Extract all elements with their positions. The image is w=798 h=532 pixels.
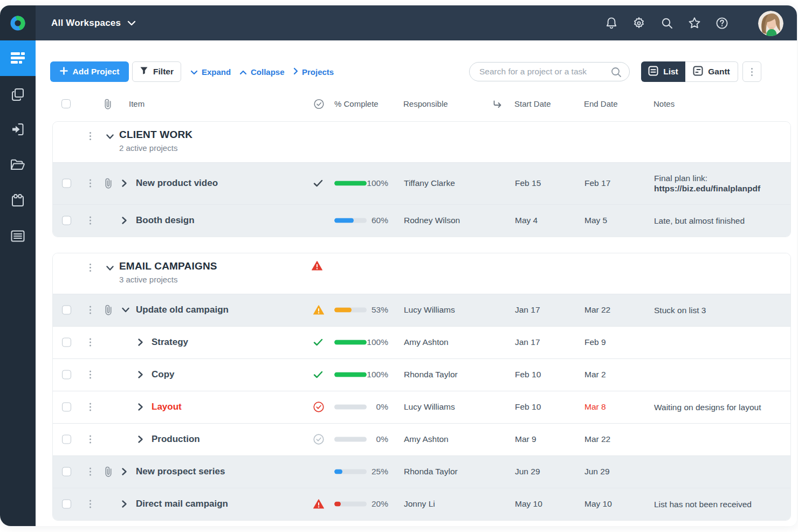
- task-name[interactable]: New product video: [136, 178, 218, 189]
- workspace-switcher[interactable]: All Workspaces: [51, 5, 136, 40]
- row-checkbox[interactable]: [62, 500, 71, 509]
- sidebar-item-folder-open[interactable]: [0, 147, 36, 183]
- task-name[interactable]: New prospect series: [136, 466, 225, 477]
- expand-row-chevron-icon[interactable]: [137, 370, 143, 379]
- toolbar-link-expand[interactable]: Expand: [190, 61, 231, 82]
- search-icon[interactable]: [660, 16, 674, 30]
- expand-row-chevron-icon[interactable]: [121, 307, 130, 313]
- task-row[interactable]: Booth design60%Rodney WilsonMay 4May 5La…: [53, 204, 790, 237]
- expand-row-chevron-icon[interactable]: [137, 403, 143, 411]
- kebab-icon[interactable]: [88, 371, 92, 379]
- task-row[interactable]: Layout0%Lucy WilliamsFeb 10Mar 8Waiting …: [53, 391, 790, 423]
- task-name[interactable]: Booth design: [136, 215, 195, 226]
- expand-row-chevron-icon[interactable]: [121, 467, 127, 476]
- row-checkbox[interactable]: [62, 435, 71, 444]
- sidebar-item-projects[interactable]: [0, 40, 36, 76]
- star-icon[interactable]: [687, 16, 701, 30]
- task-row[interactable]: Direct mail campaign20%Jonny LiMay 10May…: [53, 488, 790, 520]
- expand-row-chevron-icon[interactable]: [137, 435, 143, 444]
- kebab-icon[interactable]: [88, 132, 92, 140]
- kebab-icon[interactable]: [88, 500, 92, 508]
- kebab-icon[interactable]: [88, 403, 92, 411]
- task-name[interactable]: Production: [152, 434, 200, 445]
- search-input[interactable]: [479, 63, 609, 80]
- kebab-icon[interactable]: [88, 217, 92, 225]
- expand-row-chevron-icon[interactable]: [121, 179, 127, 188]
- header-notes[interactable]: Notes: [653, 94, 675, 113]
- row-checkbox[interactable]: [62, 338, 71, 347]
- row-checkbox[interactable]: [62, 403, 71, 412]
- row-checkbox[interactable]: [62, 467, 71, 476]
- toolbar-link-projects[interactable]: Projects: [293, 61, 334, 82]
- paperclip-icon[interactable]: [105, 305, 112, 315]
- search-icon[interactable]: [610, 66, 622, 80]
- kebab-icon[interactable]: [88, 306, 92, 314]
- projects-icon: [10, 52, 25, 65]
- task-row[interactable]: Update old campaign53%Lucy WilliamsJan 1…: [53, 294, 790, 326]
- expand-row-chevron-icon[interactable]: [121, 216, 127, 225]
- help-icon[interactable]: [715, 16, 729, 30]
- task-row[interactable]: New prospect series25%Rhonda TaylorJun 2…: [53, 455, 790, 488]
- toolbar-link-collapse[interactable]: Collapse: [239, 61, 285, 82]
- row-checkbox[interactable]: [62, 306, 71, 315]
- avatar[interactable]: [758, 11, 783, 36]
- app-logo-icon[interactable]: [10, 16, 25, 31]
- kebab-icon[interactable]: [88, 436, 92, 444]
- task-row[interactable]: Strategy100%Amy AshtonJan 17Feb 9: [53, 326, 790, 358]
- add-project-button[interactable]: Add Project: [50, 61, 129, 82]
- kebab-icon[interactable]: [88, 179, 92, 188]
- view-gantt-button[interactable]: Gantt: [685, 61, 738, 82]
- login-icon: [11, 122, 25, 136]
- task-row[interactable]: Copy100%Rhonda TaylorFeb 10Mar 2: [53, 358, 790, 391]
- header-end-date[interactable]: End Date: [584, 94, 618, 113]
- task-name[interactable]: Strategy: [152, 337, 188, 348]
- header-responsible[interactable]: Responsible: [403, 94, 448, 113]
- group-alert-icon: [312, 261, 322, 271]
- sidebar-item-calendar[interactable]: [0, 183, 36, 218]
- progress-bar: [334, 469, 367, 474]
- row-checkbox[interactable]: [62, 370, 71, 379]
- task-name[interactable]: Layout: [152, 402, 182, 412]
- row-checkbox[interactable]: [62, 216, 71, 225]
- collapse-group-chevron-icon[interactable]: [106, 134, 114, 140]
- task-row[interactable]: New product video100%Tiffany ClarkeFeb 1…: [53, 162, 790, 204]
- header-complete[interactable]: % Complete: [334, 94, 379, 113]
- task-name[interactable]: Copy: [152, 369, 175, 380]
- task-name[interactable]: Update old campaign: [136, 305, 229, 315]
- gantt-view-icon: [693, 66, 703, 78]
- bell-icon[interactable]: [604, 16, 618, 30]
- sidebar-item-copy[interactable]: [0, 77, 36, 112]
- notes-cell: Final plan link:https://biz.edu/finalpla…: [654, 173, 791, 194]
- more-options-button[interactable]: [742, 61, 761, 82]
- kebab-icon[interactable]: [88, 338, 92, 347]
- task-name[interactable]: Direct mail campaign: [136, 499, 228, 509]
- expand-row-chevron-icon[interactable]: [121, 500, 127, 508]
- status-circle-gray-icon: [313, 434, 324, 445]
- paperclip-icon[interactable]: [105, 178, 112, 189]
- responsible-cell: Amy Ashton: [404, 337, 449, 347]
- start-date-cell: Jan 17: [515, 305, 540, 315]
- start-date-cell: Feb 10: [515, 402, 541, 412]
- collapse-group-chevron-icon[interactable]: [106, 265, 114, 271]
- group-header: CLIENT WORK2 active projects: [53, 122, 790, 162]
- kebab-icon[interactable]: [88, 468, 92, 476]
- header-item[interactable]: Item: [129, 94, 145, 113]
- header-start-date[interactable]: Start Date: [514, 94, 551, 113]
- sidebar-item-login[interactable]: [0, 112, 36, 147]
- kebab-icon[interactable]: [88, 264, 92, 272]
- paperclip-icon[interactable]: [105, 466, 112, 477]
- add-project-label: Add Project: [73, 67, 120, 77]
- expand-row-chevron-icon[interactable]: [137, 338, 143, 347]
- sidebar-item-list-box[interactable]: [0, 218, 36, 254]
- task-row[interactable]: Production0%Amy AshtonMar 9Mar 22: [53, 423, 790, 455]
- row-checkbox[interactable]: [62, 179, 71, 188]
- end-date-cell: Mar 2: [584, 370, 606, 379]
- start-date-cell: Feb 10: [515, 370, 541, 379]
- select-all-checkbox[interactable]: [61, 99, 71, 108]
- filter-button[interactable]: Filter: [132, 61, 181, 82]
- end-date-cell: May 10: [584, 499, 612, 509]
- table-header: Item % Complete Responsible Start Date E…: [36, 94, 797, 113]
- link-label: Expand: [202, 67, 231, 77]
- gear-icon[interactable]: [632, 16, 646, 30]
- view-list-button[interactable]: List: [641, 61, 685, 82]
